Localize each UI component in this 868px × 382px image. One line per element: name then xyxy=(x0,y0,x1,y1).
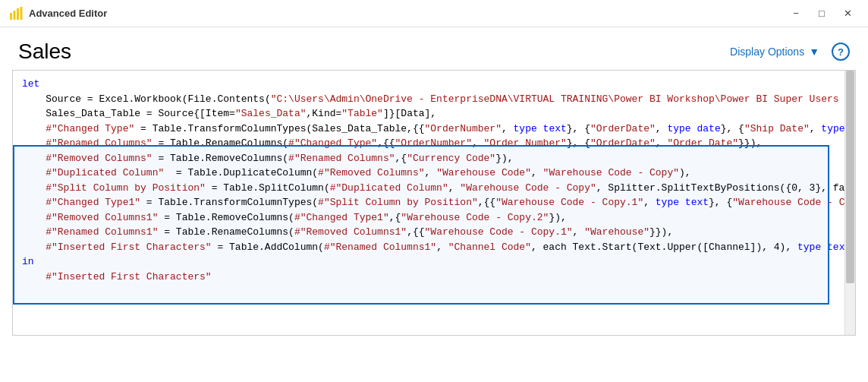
code-content: let Source = Excel.Workbook(File.Content… xyxy=(13,71,844,335)
code-line: #"Removed Columns" = Table.RemoveColumns… xyxy=(13,151,844,166)
code-line: #"Removed Columns1" = Table.RemoveColumn… xyxy=(13,210,844,226)
query-name: Sales xyxy=(18,39,71,64)
title-bar-controls: − □ ✕ xyxy=(785,5,859,23)
code-line: #"Changed Type" = Table.TransformColumnT… xyxy=(13,122,844,137)
minimize-button[interactable]: − xyxy=(785,5,807,23)
svg-rect-0 xyxy=(10,13,12,20)
code-line: #"Split Column by Position" = Table.Spli… xyxy=(13,181,844,196)
help-button[interactable]: ? xyxy=(832,43,850,61)
svg-rect-3 xyxy=(20,7,23,20)
code-line: let xyxy=(13,77,844,92)
chevron-down-icon: ▼ xyxy=(809,46,819,58)
display-options-button[interactable]: Display Options ▼ xyxy=(724,43,826,61)
close-button[interactable]: ✕ xyxy=(836,5,859,23)
code-line: #"Changed Type1" = Table.TransformColumn… xyxy=(13,195,844,210)
scrollbar-thumb[interactable] xyxy=(846,71,854,283)
svg-rect-1 xyxy=(14,11,16,20)
vertical-scrollbar[interactable] xyxy=(844,71,855,335)
editor-header: Sales Display Options ▼ ? xyxy=(0,27,868,70)
code-line: Source = Excel.Workbook(File.Contents("C… xyxy=(13,92,844,107)
code-line: in xyxy=(13,254,844,270)
code-line: #"Inserted First Characters" = Table.Add… xyxy=(13,240,844,255)
code-line: #"Inserted First Characters" xyxy=(13,270,844,285)
window-title: Advanced Editor xyxy=(29,8,107,19)
title-bar-left: Advanced Editor xyxy=(9,7,107,21)
svg-rect-2 xyxy=(17,8,19,20)
header-right: Display Options ▼ ? xyxy=(724,43,850,61)
code-line: #"Duplicated Column" = Table.DuplicateCo… xyxy=(13,166,844,181)
code-line: Sales_Data_Table = Source{[Item="Sales_D… xyxy=(13,106,844,122)
maximize-button[interactable]: □ xyxy=(810,5,833,23)
powerbi-icon xyxy=(9,7,23,21)
code-line: #"Renamed Columns1" = Table.RenameColumn… xyxy=(13,225,844,240)
title-bar: Advanced Editor − □ ✕ xyxy=(0,0,868,27)
code-line: #"Renamed Columns" = Table.RenameColumns… xyxy=(13,136,844,151)
code-editor[interactable]: let Source = Excel.Workbook(File.Content… xyxy=(12,70,856,336)
